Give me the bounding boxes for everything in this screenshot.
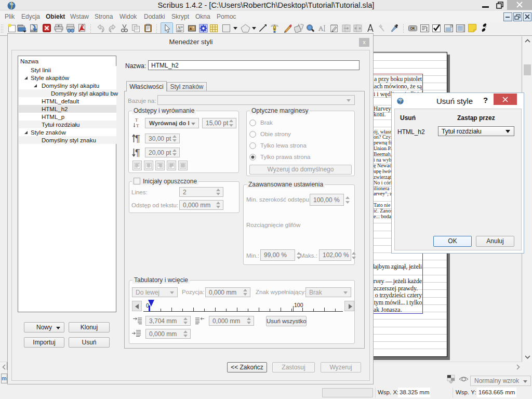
svg-text:A: A [177, 25, 181, 30]
svg-text:A: A [318, 24, 324, 32]
svg-text:OK: OK [410, 26, 415, 30]
